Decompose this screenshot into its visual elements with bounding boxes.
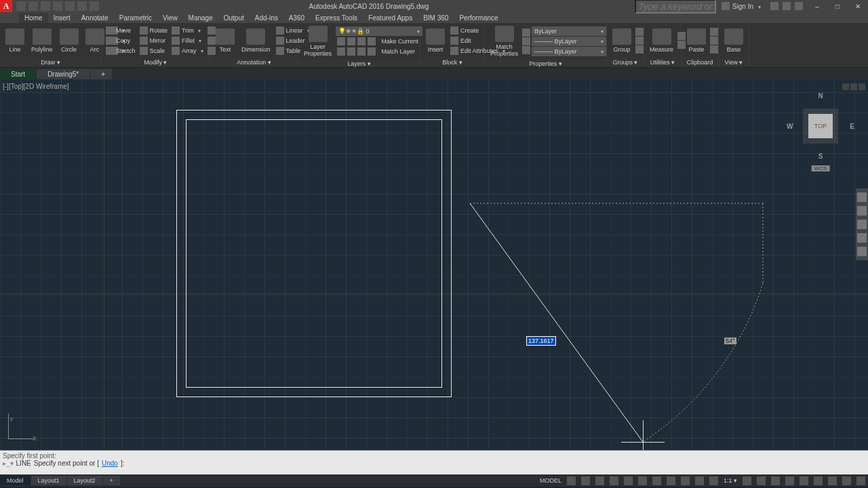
tab-home[interactable]: Home	[19, 13, 48, 23]
tab-addins[interactable]: Add-ins	[250, 13, 283, 23]
nav-zoom-icon[interactable]	[857, 220, 867, 229]
status-iso-icon[interactable]	[811, 475, 825, 487]
status-snap-icon[interactable]	[578, 475, 593, 487]
tab-express[interactable]: Express Tools	[310, 13, 363, 23]
base-button[interactable]: Base	[722, 27, 746, 54]
panel-modify-title[interactable]: Modify ▾	[102, 58, 210, 67]
trim-button[interactable]: Trim	[170, 26, 205, 35]
layer-properties-button[interactable]: Layer Properties	[301, 24, 334, 58]
grp-i2[interactable]	[635, 37, 644, 45]
viewcube-s[interactable]: S	[818, 152, 823, 160]
group-button[interactable]: Group	[610, 27, 634, 54]
status-polar-icon[interactable]	[607, 475, 621, 487]
status-model-button[interactable]: MODEL	[537, 476, 564, 485]
drawing-area[interactable]: [-][Top][2D Wireframe] 137.1617 54° Y X …	[0, 80, 868, 450]
minimize-button[interactable]: –	[807, 3, 827, 10]
nav-wheel-icon[interactable]	[857, 192, 867, 202]
search-input[interactable]	[635, 0, 716, 14]
maximize-button[interactable]: □	[827, 3, 848, 10]
panel-draw-title[interactable]: Draw ▾	[0, 58, 101, 67]
command-line[interactable]: Specify first point: ▸_▾ LINE Specify ne…	[0, 450, 868, 474]
status-ortho-icon[interactable]	[593, 475, 607, 487]
move-button[interactable]: Move	[104, 26, 137, 35]
viewcube-top[interactable]: TOP	[808, 114, 833, 138]
copy-button[interactable]: Copy	[104, 36, 137, 45]
panel-annotation-title[interactable]: Annotation ▾	[210, 58, 298, 67]
status-hw-icon[interactable]	[825, 475, 840, 487]
stretch-button[interactable]: Stretch	[104, 46, 137, 56]
status-otrack-icon[interactable]	[635, 475, 650, 487]
viewcube[interactable]: N S E W TOP WCS	[787, 92, 854, 160]
status-qs-icon[interactable]	[783, 475, 797, 487]
qat-new[interactable]	[16, 1, 26, 11]
panel-block-title[interactable]: Block ▾	[420, 58, 484, 67]
tab-view[interactable]: View	[157, 13, 183, 23]
status-annoscale-icon[interactable]	[707, 475, 721, 487]
rotate-button[interactable]: Rotate	[138, 26, 170, 35]
panel-properties-title[interactable]: Properties ▾	[485, 60, 606, 67]
qat-saveas[interactable]	[53, 1, 62, 11]
make-current-button[interactable]: Make Current	[336, 37, 422, 46]
lineweight-dropdown[interactable]: ——— ByLayer	[532, 37, 606, 46]
tab-performance[interactable]: Performance	[454, 13, 503, 23]
text-button[interactable]: Text	[213, 27, 237, 54]
linetype-dropdown[interactable]: ——— ByLayer	[532, 47, 606, 56]
tab-output[interactable]: Output	[218, 13, 250, 23]
status-lwt-icon[interactable]	[650, 475, 664, 487]
status-annomon-icon[interactable]	[754, 475, 768, 487]
panel-layers-title[interactable]: Layers ▾	[298, 60, 420, 67]
mirror-button[interactable]: Mirror	[138, 36, 170, 45]
viewcube-e[interactable]: E	[850, 123, 854, 130]
status-osnap-icon[interactable]	[621, 475, 635, 487]
tab-bim360[interactable]: BIM 360	[418, 13, 454, 23]
measure-button[interactable]: Measure	[647, 27, 676, 54]
viewcube-w[interactable]: W	[787, 123, 793, 130]
help-icon[interactable]	[795, 2, 803, 10]
viewcube-n[interactable]: N	[818, 92, 823, 100]
clip-i2[interactable]	[710, 37, 718, 45]
layout2-tab[interactable]: Layout2	[67, 476, 102, 485]
grp-i3[interactable]	[635, 45, 644, 54]
model-tab[interactable]: Model	[0, 476, 31, 485]
tab-insert[interactable]: Insert	[48, 13, 76, 23]
qat-open[interactable]	[28, 1, 38, 11]
exchange-icon[interactable]	[770, 2, 778, 10]
polyline-button[interactable]: Polyline	[28, 27, 56, 54]
prompt-option-undo[interactable]: Undo	[102, 460, 118, 467]
status-clean-icon[interactable]	[840, 475, 854, 487]
qat-redo[interactable]	[90, 1, 99, 11]
tab-manage[interactable]: Manage	[183, 13, 218, 23]
paste-button[interactable]: Paste	[684, 27, 709, 54]
nav-showmotion-icon[interactable]	[857, 247, 867, 256]
match-layer-button[interactable]: Match Layer	[336, 47, 422, 56]
filetab-new[interactable]: +	[90, 69, 112, 79]
scale-button[interactable]: Scale	[138, 46, 170, 56]
tab-annotate[interactable]: Annotate	[76, 13, 114, 23]
a360-icon[interactable]	[783, 2, 791, 10]
dynamic-distance-input[interactable]: 137.1617	[526, 336, 556, 346]
status-ws-icon[interactable]	[740, 475, 754, 487]
panel-groups-title[interactable]: Groups ▾	[607, 58, 644, 67]
layout-add[interactable]: +	[103, 476, 120, 485]
array-button[interactable]: Array	[170, 46, 205, 56]
status-lock-icon[interactable]	[797, 475, 811, 487]
qat-save[interactable]	[41, 1, 50, 11]
nav-pan-icon[interactable]	[857, 206, 867, 216]
clip-i3[interactable]	[710, 45, 718, 54]
status-selection-icon[interactable]	[678, 475, 692, 487]
filetab-start[interactable]: Start	[0, 69, 36, 79]
viewcube-wcs[interactable]: WCS	[812, 165, 830, 171]
status-scale[interactable]: 1:1 ▾	[721, 476, 740, 485]
status-transparency-icon[interactable]	[664, 475, 678, 487]
tab-featured[interactable]: Featured Apps	[363, 13, 418, 23]
signin-button[interactable]: Sign In	[716, 2, 766, 10]
layout1-tab[interactable]: Layout1	[31, 476, 66, 485]
panel-utilities-title[interactable]: Utilities ▾	[644, 58, 681, 67]
nav-orbit-icon[interactable]	[857, 233, 867, 243]
prop-ico2[interactable]	[522, 37, 530, 45]
prop-ico3[interactable]	[522, 46, 530, 54]
color-dropdown[interactable]: ByLayer	[532, 26, 606, 36]
color-swatch[interactable]	[522, 28, 530, 37]
status-grid-icon[interactable]	[564, 475, 578, 487]
app-logo[interactable]: A	[0, 0, 12, 12]
